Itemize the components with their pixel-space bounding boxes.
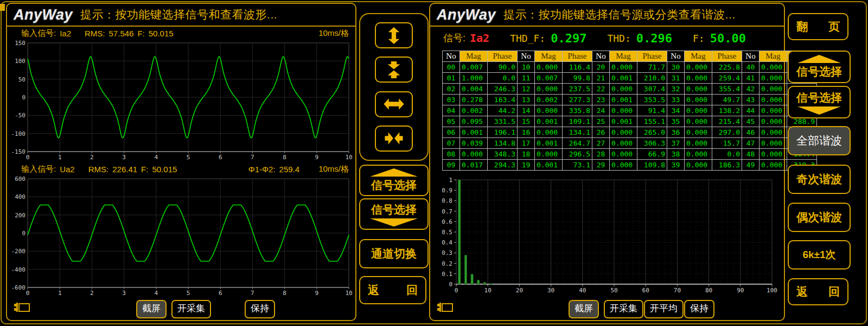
signal-select-down-label: 信号选择	[371, 202, 417, 217]
triangle-down-icon	[370, 218, 418, 227]
ua2-signal: Ua2	[60, 165, 75, 174]
harmonic-bar-chart: 00.10.20.30.40.50.60.70.80.9101020304050…	[433, 175, 780, 294]
page-turn-button[interactable]: 翻 页	[788, 13, 848, 40]
svg-text:3: 3	[122, 290, 126, 297]
ua2-freq-label: F:	[141, 165, 148, 174]
svg-text:7: 7	[251, 154, 254, 161]
svg-text:9: 9	[315, 290, 318, 297]
harmonic-row: 090.017294.3190.00173.1290.000109.8390.0…	[443, 160, 817, 171]
anyway-logo: AnyWay	[14, 7, 73, 23]
ua2-waveform-chart: -600-400-2000200400600012345678910	[8, 175, 353, 297]
compress-vertical-button[interactable]	[375, 57, 413, 83]
col-header-mag: Mag	[610, 51, 637, 62]
svg-text:7: 7	[251, 290, 254, 297]
signal-select-up-label: 信号选择	[796, 64, 842, 79]
harmonics-table: NoMagPhaseNoMagPhaseNoMagPhaseNoMagPhase…	[442, 51, 817, 171]
svg-text:50: 50	[18, 76, 25, 83]
compress-vertical-icon	[384, 61, 404, 78]
signal-select-down-button[interactable]: 信号选择	[359, 198, 429, 230]
frame-corner-chip	[0, 4, 5, 11]
svg-text:-400: -400	[11, 266, 26, 273]
svg-text:400: 400	[15, 193, 25, 200]
ua2-rms-value: 226.41	[112, 165, 137, 174]
harmonic-row: 040.00244.2140.000335.8240.00091.4340.00…	[443, 105, 817, 116]
svg-text:0: 0	[455, 287, 458, 294]
col-header-mag: Mag	[685, 51, 712, 62]
harmonic-row: 050.095331.5150.001109.1250.001155.1350.…	[443, 116, 817, 127]
freq-label: F:	[693, 33, 705, 44]
channel-switch-button[interactable]: 通道切换	[359, 239, 429, 268]
odd-harmonics-button[interactable]: 奇次谐波	[788, 165, 851, 194]
svg-text:8: 8	[283, 154, 286, 161]
harmonics-panel: AnyWay 提示：按功能键选择信号源或分类查看谐波... 信号: Ia2 TH…	[429, 3, 785, 321]
ia2-name-label: 输入信号:	[21, 28, 56, 39]
svg-text:-150: -150	[11, 148, 26, 155]
back-button-right[interactable]: 返 回	[788, 278, 848, 305]
svg-text:6: 6	[219, 290, 222, 297]
compress-horizontal-icon	[384, 130, 404, 147]
start-capture-button[interactable]: 开采集	[171, 300, 211, 318]
svg-text:100: 100	[767, 287, 777, 294]
start-average-button[interactable]: 开平均	[644, 300, 684, 318]
svg-text:0.8: 0.8	[442, 197, 452, 204]
thd-value: 0.296	[636, 32, 672, 45]
svg-text:0: 0	[26, 154, 30, 161]
compress-horizontal-button[interactable]	[375, 126, 413, 152]
battery-icon	[436, 302, 454, 314]
harmonic-row: 060.001196.1160.000134.1260.000265.0360.…	[443, 127, 817, 138]
col-header-no: No	[742, 51, 760, 62]
svg-text:0.7: 0.7	[442, 208, 452, 215]
svg-text:200: 200	[15, 212, 25, 219]
ua2-phase-value: 259.4	[279, 165, 300, 174]
svg-text:2: 2	[90, 290, 94, 297]
expand-vertical-icon	[384, 27, 404, 44]
svg-text:5: 5	[187, 154, 190, 161]
col-header-phase: Phase	[637, 51, 667, 62]
signal-select-down-button[interactable]: 信号选择	[788, 86, 851, 118]
svg-text:10: 10	[484, 287, 492, 294]
triangle-down-icon	[797, 106, 841, 115]
harmonic-row: 030.278163.4130.002277.3230.001353.5330.…	[443, 95, 817, 105]
ia2-rms-label: RMS:	[85, 29, 105, 38]
svg-text:20: 20	[516, 287, 523, 294]
svg-text:1: 1	[58, 154, 62, 161]
ua2-freq-value: 50.015	[152, 165, 177, 174]
col-header-no: No	[443, 51, 460, 62]
harmonic-row: 070.039134.8170.001264.7270.000306.3370.…	[443, 138, 817, 149]
zoom-button-group	[359, 13, 429, 161]
svg-text:0: 0	[22, 94, 25, 101]
expand-vertical-button[interactable]	[375, 22, 413, 48]
six-k-plus-minus-one-button[interactable]: 6k±1次	[788, 240, 851, 269]
svg-text:2: 2	[90, 154, 94, 161]
all-harmonics-button[interactable]: 全部谐波	[788, 126, 851, 155]
svg-text:8: 8	[283, 290, 286, 297]
col-header-no: No	[667, 51, 685, 62]
thdf-label: THD_F:	[510, 33, 545, 44]
left-header: AnyWay 提示：按功能键选择信号和查看波形...	[7, 4, 355, 27]
signal-select-up-button[interactable]: 信号选择	[359, 165, 429, 196]
ia2-waveform-chart: -150-100-50050100150012345678910	[8, 40, 353, 161]
col-header-phase: Phase	[488, 51, 518, 62]
ua2-phase-label: Φ1-Φ2:	[248, 165, 276, 174]
svg-text:10: 10	[345, 290, 352, 297]
signal-select-up-button[interactable]: 信号选择	[788, 51, 851, 83]
expand-horizontal-button[interactable]	[375, 91, 413, 117]
ia2-chart-label: 输入信号: Ia2 RMS: 57.546 F: 50.015 10ms/格	[21, 28, 349, 39]
screenshot-button[interactable]: 截屏	[569, 300, 599, 318]
svg-text:0: 0	[449, 281, 452, 288]
signal-value: Ia2	[470, 32, 489, 45]
back-button-left[interactable]: 返 回	[359, 276, 426, 304]
thd-label: THD:	[607, 33, 630, 44]
hold-button[interactable]: 保持	[684, 300, 714, 318]
svg-text:10: 10	[345, 154, 352, 161]
col-header-mag: Mag	[460, 51, 488, 62]
svg-text:600: 600	[15, 175, 25, 183]
screenshot-button[interactable]: 截屏	[136, 300, 167, 318]
channel-switch-label: 通道切换	[371, 246, 417, 261]
expand-horizontal-icon	[384, 96, 404, 112]
svg-text:-100: -100	[11, 130, 26, 137]
even-harmonics-button[interactable]: 偶次谐波	[788, 203, 851, 232]
harmonic-row: 020.004246.3120.000237.5220.000307.4320.…	[443, 84, 817, 95]
start-capture-button[interactable]: 开采集	[604, 300, 643, 318]
hold-button[interactable]: 保持	[245, 300, 275, 318]
